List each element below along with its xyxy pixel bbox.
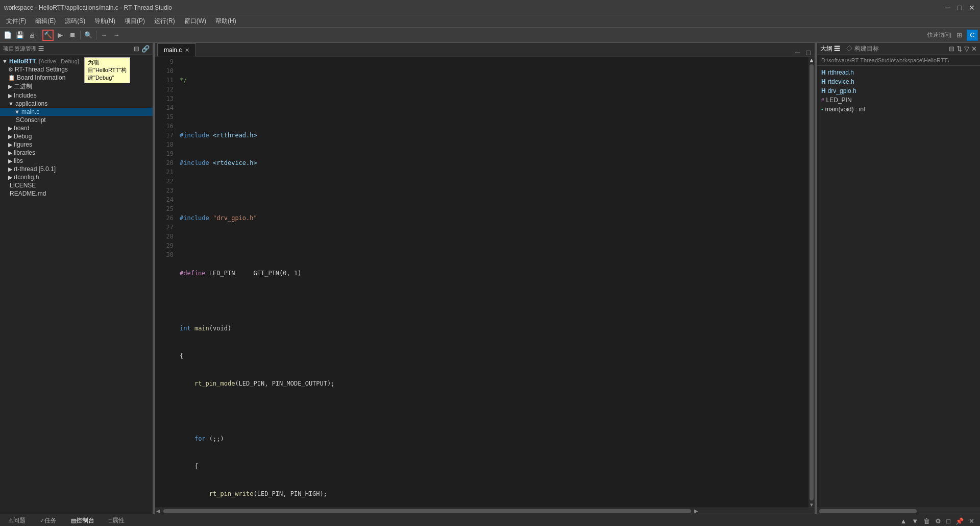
sort-icon[interactable]: ⇅ [957, 45, 962, 53]
minimize-button[interactable]: ─ [943, 4, 951, 12]
tree-item-applications[interactable]: ▼ applications [0, 100, 153, 108]
close-button[interactable]: ✕ [968, 4, 976, 12]
scroll-down-btn[interactable]: ▼ [808, 501, 815, 508]
menu-item-窗口W[interactable]: 窗口(W) [180, 16, 210, 27]
toolbar: 📄 💾 🖨 🔨 为项目"HelloRTT"构建"Debug" ▶ ⏹ 🔍 ← →… [0, 28, 980, 43]
minimize-editor-icon[interactable]: ─ [793, 49, 802, 57]
stop-button[interactable]: ⏹ [67, 30, 78, 41]
menu-item-项目P[interactable]: 项目(P) [120, 16, 149, 27]
libraries-label: libraries [14, 149, 35, 156]
tab-mainc[interactable]: main.c ✕ [157, 43, 196, 57]
tree-item-figures[interactable]: ▶ figures [0, 140, 153, 149]
left-panel-header: 项目资源管理 ☰ ⊟ 🔗 [0, 43, 153, 55]
title-bar: workspace - HelloRTT/applications/main.c… [0, 0, 980, 15]
menu-item-运行R[interactable]: 运行(R) [150, 16, 179, 27]
layout-button[interactable]: ⊞ [953, 30, 965, 41]
tab-close-icon[interactable]: ✕ [185, 47, 189, 54]
tree-item-rtthread[interactable]: ▶ rt-thread [5.0.1] [0, 165, 153, 173]
outline-drvgpio-label: drv_gpio.h [828, 87, 856, 94]
console-up-btn[interactable]: ▲ [898, 517, 908, 525]
tree-item-rt-thread-settings[interactable]: ⚙ RT-Thread Settings [0, 65, 153, 74]
function-icon-main: • [821, 107, 823, 112]
tab-build-target[interactable]: ◇ 构建目标 [846, 44, 878, 53]
maximize-button[interactable]: □ [955, 4, 964, 12]
tab-tasks[interactable]: ✓ 任务 [36, 514, 61, 527]
console-settings-btn[interactable]: ⚙ [934, 517, 943, 525]
code-line-24: rt_pin_write(LED_PIN, PIN_HIGH); [180, 489, 804, 498]
console-close-btn[interactable]: ✕ [967, 517, 976, 525]
tab-problems[interactable]: ⚠ 问题 [4, 514, 30, 527]
console-down-btn[interactable]: ▼ [910, 517, 920, 525]
hscroll-left-btn[interactable]: ◀ [155, 509, 161, 513]
view-button[interactable]: C [967, 30, 978, 41]
outline-main[interactable]: • main(void) : int [817, 105, 980, 114]
hscroll-right-btn[interactable]: ▶ [693, 509, 699, 513]
bottom-tabs: ⚠ 问题 ✓ 任务 ▤ 控制台 □ 属性 ▲ ▼ 🗑 ⚙ □ 📌 [0, 514, 980, 526]
debug-button[interactable]: ▶ [55, 30, 66, 41]
save-button[interactable]: 💾 [14, 30, 26, 41]
right-hscroll[interactable] [817, 508, 980, 514]
menu-item-导航N[interactable]: 导航(N) [90, 16, 119, 27]
link-editor-icon[interactable]: 🔗 [141, 45, 150, 53]
right-hscroll-thumb[interactable] [819, 509, 917, 513]
tree-item-libraries[interactable]: ▶ libraries [0, 149, 153, 157]
left-panel-title: 项目资源管理 ☰ [3, 45, 44, 53]
menu-item-源码S[interactable]: 源码(S) [61, 16, 89, 27]
code-content[interactable]: */ #include <rtthread.h> #include <rtdev… [176, 57, 808, 508]
filter-icon[interactable]: ▽ [964, 45, 969, 53]
tree-item-debug[interactable]: ▶ Debug [0, 132, 153, 140]
console-pin-btn[interactable]: 📌 [954, 517, 965, 525]
tree-item-readme[interactable]: README.md [0, 189, 153, 198]
tab-properties[interactable]: □ 属性 [105, 514, 129, 527]
tab-console[interactable]: ▤ 控制台 [67, 514, 99, 527]
tree-item-HelloRTT[interactable]: ▼ HelloRTT [Active - Debug] [0, 57, 153, 65]
tree-item-binary[interactable]: ▶ 二进制 [0, 82, 153, 91]
code-hscroll[interactable]: ◀ ▶ [155, 508, 815, 514]
tree-item-mainc[interactable]: ▼ main.c [0, 108, 153, 116]
file-tree: ▼ HelloRTT [Active - Debug] ⚙ RT-Thread … [0, 55, 153, 514]
outline-rtdevice[interactable]: H rtdevice.h [817, 77, 980, 86]
print-button[interactable]: 🖨 [27, 30, 38, 41]
libs-label: libs [14, 157, 23, 164]
build-button[interactable]: 🔨 为项目"HelloRTT"构建"Debug" [42, 30, 54, 41]
collapse-all-icon[interactable]: ⊟ [134, 45, 139, 53]
menu-item-编辑E[interactable]: 编辑(E) [31, 16, 60, 27]
menu-item-文件F[interactable]: 文件(F) [2, 16, 30, 27]
tab-outline[interactable]: 大纲 ☰ [820, 44, 840, 53]
maximize-editor-icon[interactable]: □ [804, 49, 813, 57]
outline-drvgpio[interactable]: H drv_gpio.h [817, 86, 980, 95]
tree-item-board[interactable]: ▶ board [0, 124, 153, 132]
search-button[interactable]: 🔍 [83, 30, 94, 41]
scroll-up-arrow[interactable]: ▲ [808, 57, 815, 63]
console-max-btn[interactable]: □ [945, 517, 952, 525]
code-hscroll-thumb[interactable] [163, 509, 691, 513]
tree-item-libs[interactable]: ▶ libs [0, 157, 153, 165]
line-num-14: 14 [157, 103, 174, 112]
code-line-19: { [180, 351, 804, 361]
menu-item-帮助H[interactable]: 帮助(H) [211, 16, 240, 27]
console-clear-btn[interactable]: 🗑 [922, 517, 932, 525]
folder-open-icon-applications: ▼ [8, 101, 14, 107]
scroll-thumb-v[interactable] [810, 64, 814, 500]
line-num-30: 30 [157, 250, 174, 259]
tree-item-license[interactable]: LICENSE [0, 181, 153, 189]
hide-icon[interactable]: ✕ [971, 45, 977, 53]
outline-ledpin[interactable]: # LED_PIN [817, 95, 980, 105]
bottom-right-toolbar: ▲ ▼ 🗑 ⚙ □ 📌 ✕ [898, 517, 976, 525]
code-line-14: #include "drv_gpio.h" [180, 213, 804, 223]
code-vscroll[interactable]: ▲ ▼ [808, 57, 815, 508]
tree-item-rtconfigh[interactable]: ▶ rtconfig.h [0, 173, 153, 181]
collapse-icon[interactable]: ⊟ [949, 45, 954, 53]
line-num-18: 18 [157, 140, 174, 149]
tab-problems-icon: ⚠ [8, 517, 13, 524]
tab-properties-icon: □ [109, 518, 112, 524]
right-panel-tabs: 大纲 ☰ ◇ 构建目标 [820, 44, 879, 53]
back-button[interactable]: ← [99, 30, 110, 41]
tree-item-includes[interactable]: ▶ Includes [0, 91, 153, 100]
includes-label: Includes [14, 92, 37, 99]
outline-rtthread[interactable]: H rtthread.h [817, 68, 980, 77]
forward-button[interactable]: → [111, 30, 122, 41]
tree-item-board-info[interactable]: 📋 Board Information [0, 74, 153, 82]
tree-item-sconscript[interactable]: SConscript [0, 116, 153, 124]
new-button[interactable]: 📄 [2, 30, 13, 41]
